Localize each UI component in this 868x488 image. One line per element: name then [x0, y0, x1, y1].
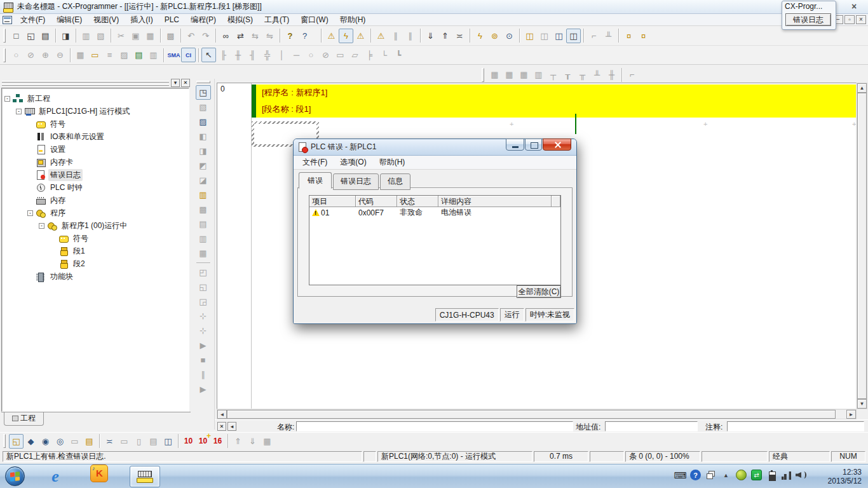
- pause-flag-icon[interactable]: ⌐: [587, 29, 601, 43]
- workspace-drag-handle[interactable]: [2, 84, 169, 86]
- scroll-right-icon[interactable]: ►: [846, 410, 856, 419]
- column-header-1[interactable]: 代码: [356, 196, 397, 207]
- expander-icon[interactable]: -: [4, 96, 10, 102]
- vertical-line-icon[interactable]: │: [275, 48, 289, 62]
- zoom-out-icon[interactable]: ⊖: [53, 48, 67, 62]
- window-close-button[interactable]: ×: [848, 1, 860, 12]
- operand-collapse-button[interactable]: ◂: [227, 422, 236, 431]
- tree-item-symbols[interactable]: 符号: [2, 118, 189, 130]
- coil-icon[interactable]: ○: [304, 48, 318, 62]
- rung-shortcuts-icon[interactable]: ▨: [117, 48, 132, 62]
- paste-special-icon[interactable]: ▩: [163, 29, 178, 43]
- horizontal-line-icon[interactable]: ─: [289, 48, 304, 62]
- mdi-document-icon[interactable]: [3, 16, 12, 24]
- find-icon[interactable]: ∞: [219, 29, 233, 43]
- frame-a-icon[interactable]: ▤: [196, 217, 211, 231]
- dialog-tab-错误[interactable]: 错误: [299, 172, 332, 189]
- zoom-select-icon[interactable]: ○: [9, 48, 24, 62]
- network-signal-icon[interactable]: [782, 471, 791, 480]
- frame-b-icon[interactable]: ▥: [196, 231, 211, 246]
- toolbar-grip[interactable]: [196, 81, 210, 83]
- help-icon[interactable]: ?: [283, 29, 297, 43]
- step-c-icon[interactable]: ╥: [575, 67, 590, 82]
- cross-reference-icon[interactable]: ≍: [102, 434, 117, 449]
- column-header-2[interactable]: 状态: [397, 196, 438, 207]
- dialog-tab-信息[interactable]: 信息: [380, 173, 410, 190]
- tree-item-settings[interactable]: 设置: [2, 143, 189, 156]
- expander-icon[interactable]: -: [16, 109, 22, 114]
- toolbar-grip[interactable]: [3, 48, 6, 62]
- up-gray-icon[interactable]: ⇑: [231, 434, 245, 449]
- workspace-toggle-icon[interactable]: ◱: [9, 434, 24, 449]
- column-header-0[interactable]: 项目: [309, 196, 356, 207]
- zoom-in-icon[interactable]: ⊕: [38, 48, 53, 62]
- column-header-3[interactable]: 详细内容: [438, 196, 552, 207]
- stop-icon[interactable]: ■: [196, 353, 211, 367]
- show-grid-icon[interactable]: ▦: [73, 48, 88, 62]
- security-icon[interactable]: [736, 470, 747, 480]
- floating-error-log-toolbar[interactable]: CX-Progr... 错误日志: [782, 1, 836, 30]
- window-a-icon[interactable]: ◰: [196, 265, 211, 280]
- pause-icon[interactable]: ∥: [196, 367, 211, 382]
- hand-a-icon[interactable]: ⊹: [196, 309, 211, 323]
- contact-nc-icon[interactable]: ╫: [231, 48, 245, 62]
- operand-close-button[interactable]: ×: [217, 422, 226, 431]
- horizontal-scrollbar[interactable]: ◄ ►: [217, 409, 857, 419]
- frame-c-icon[interactable]: ▦: [196, 246, 211, 261]
- menu-item-i[interactable]: 插入(I): [125, 14, 158, 25]
- rung-list-icon[interactable]: ≡: [102, 48, 117, 62]
- menu-item-w[interactable]: 窗口(W): [295, 14, 334, 25]
- toolbar-grip[interactable]: [3, 434, 6, 448]
- show-hidden-icon[interactable]: ▲: [721, 470, 731, 480]
- replace-icon[interactable]: ⇄: [233, 29, 248, 43]
- monitor-mode-icon[interactable]: ◫: [522, 29, 537, 43]
- save-icon[interactable]: ▤: [38, 29, 53, 43]
- address-bits-icon[interactable]: ▥: [196, 187, 211, 202]
- menu-item-p[interactable]: 编程(P): [185, 14, 222, 25]
- local-window-icon[interactable]: ▥: [146, 48, 161, 62]
- window-c-icon[interactable]: ◲: [196, 294, 211, 309]
- block-b-icon[interactable]: ▦: [502, 67, 517, 82]
- cx-programmer-taskbar-button[interactable]: [130, 466, 160, 487]
- coil-closed-icon[interactable]: ⊘: [318, 48, 333, 62]
- tree-item-error-log[interactable]: 错误日志: [2, 168, 189, 181]
- context-help-icon[interactable]: ?: [297, 29, 312, 43]
- line-connect-icon[interactable]: └: [377, 48, 391, 62]
- compile-icon[interactable]: ⚠: [324, 29, 339, 43]
- scroll-left-icon[interactable]: ◄: [217, 410, 227, 419]
- download-to-plc-icon[interactable]: ⇓: [423, 29, 438, 43]
- taskbar-clock[interactable]: 12:33 2013/5/12: [828, 468, 862, 485]
- tree-item-memory[interactable]: 内存: [2, 194, 189, 207]
- clear-all-button[interactable]: 全部清除(C): [517, 285, 561, 298]
- workspace-drag-handle[interactable]: [2, 81, 169, 83]
- contact-no-icon[interactable]: ╟: [216, 48, 231, 62]
- layers-icon[interactable]: ▧: [196, 100, 211, 114]
- restore-window-icon[interactable]: [705, 470, 716, 480]
- sync-icon[interactable]: ⇄: [751, 470, 762, 480]
- pause-monitor-icon[interactable]: ◫: [552, 29, 566, 43]
- print-preview-report-icon[interactable]: ◨: [58, 29, 73, 43]
- menu-item-plc[interactable]: PLC: [159, 14, 185, 25]
- toolbar-grip[interactable]: [3, 29, 6, 43]
- force-off-icon[interactable]: ¤: [636, 29, 651, 43]
- contact-or-nc-icon[interactable]: ╬: [260, 48, 275, 62]
- io-monitor-icon[interactable]: ◫: [161, 434, 175, 449]
- cut-icon[interactable]: ✂: [114, 29, 128, 43]
- toolbar-grip[interactable]: [482, 68, 484, 82]
- name-input[interactable]: [296, 421, 573, 431]
- keyboard-icon[interactable]: ⌨: [675, 470, 686, 480]
- menu-item-f[interactable]: 文件(F): [15, 14, 51, 25]
- force-on-icon[interactable]: ¤: [621, 29, 636, 43]
- mdi-restore-button[interactable]: ▫: [844, 15, 855, 24]
- tree-item-program-symbols[interactable]: 符号: [2, 232, 189, 245]
- scroll-down-icon[interactable]: ▼: [857, 399, 867, 409]
- output-window-icon[interactable]: ◆: [24, 434, 38, 449]
- step-e-icon[interactable]: ╫: [604, 67, 619, 82]
- address-reference-icon[interactable]: ⇋: [262, 29, 277, 43]
- tree-item-programs[interactable]: -程序: [2, 207, 189, 219]
- select-pointer-icon[interactable]: ↖: [201, 48, 216, 62]
- rung-comment-icon[interactable]: ▭: [88, 48, 102, 62]
- goto-d-icon[interactable]: ◪: [196, 173, 211, 187]
- new-file-icon[interactable]: □: [9, 29, 24, 43]
- window-titlebar[interactable]: 未命名標題 - CX-Programmer - [[运行中] - 新PLC1.新…: [0, 0, 868, 14]
